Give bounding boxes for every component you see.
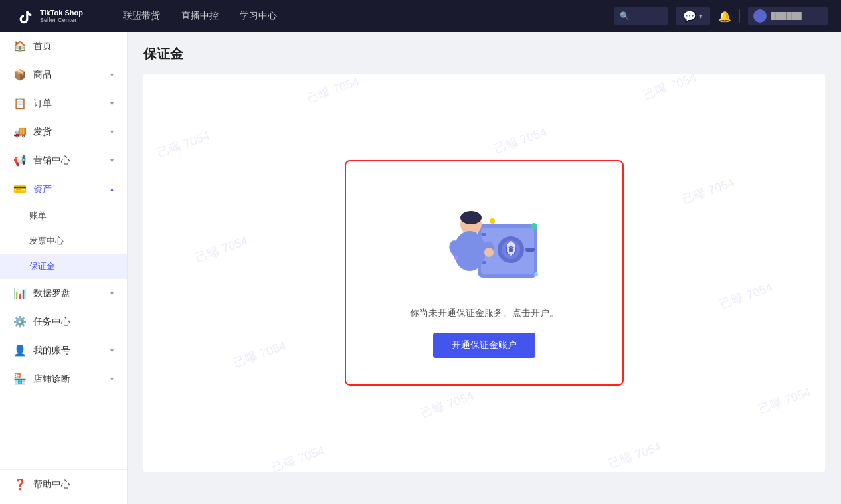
watermark-item: 己曝 7054 [143, 329, 205, 472]
menu-learn[interactable]: 学习中心 [240, 7, 277, 25]
shipping-icon: 🚚 [13, 126, 27, 138]
watermark-item: 己曝 7054 [577, 74, 764, 166]
user-avatar-box[interactable]: ██████ [748, 7, 828, 25]
sidebar-item-account[interactable]: 👤 我的账号 ▾ [0, 336, 127, 365]
chat-button[interactable]: 💬 ▾ [676, 7, 710, 25]
watermark-item: 己曝 7054 [143, 224, 166, 384]
sidebar-item-marketing[interactable]: 📢 营销中心 ▾ [0, 146, 127, 175]
watermark-item: 己曝 7054 [764, 74, 825, 216]
sidebar-item-products[interactable]: 📦 商品 ▾ [0, 60, 127, 89]
orders-chevron: ▾ [110, 100, 114, 107]
sidebar-item-orders[interactable]: 📋 订单 ▾ [0, 89, 127, 118]
watermark-item: 己曝 7054 [541, 376, 729, 472]
watermark-item: 己曝 7054 [143, 170, 316, 329]
bill-label: 账单 [29, 210, 47, 222]
search-box[interactable]: 🔍 [614, 7, 668, 25]
sidebar-item-home[interactable]: 🏠 首页 [0, 32, 127, 60]
data-chevron: ▾ [110, 290, 114, 297]
illustration [418, 188, 551, 294]
search-icon: 🔍 [620, 11, 630, 21]
sidebar-label-account: 我的账号 [33, 345, 104, 357]
shipping-chevron: ▾ [110, 128, 114, 135]
nav-divider [739, 9, 740, 23]
sidebar-label-orders: 订单 [33, 98, 104, 110]
marketing-icon: 📢 [13, 154, 27, 167]
sidebar-item-tasks[interactable]: ⚙️ 任务中心 [0, 307, 127, 336]
sidebar-label-marketing: 营销中心 [33, 155, 104, 167]
user-name: ██████ [771, 12, 822, 20]
sidebar-sub-invoice[interactable]: 发票中心 [0, 228, 127, 254]
svg-rect-7 [525, 248, 535, 252]
watermark-item: 己曝 7054 [205, 380, 392, 472]
sidebar-label-diagnosis: 店铺诊断 [33, 373, 104, 385]
home-icon: 🏠 [13, 40, 27, 52]
account-chevron: ▾ [110, 347, 114, 354]
logo-text-line1: TikTok Shop [40, 9, 83, 17]
sidebar-label-data: 数据罗盘 [33, 288, 104, 299]
tasks-icon: ⚙️ [13, 315, 27, 328]
diagnosis-icon: 🏪 [13, 373, 27, 385]
diagnosis-chevron: ▾ [110, 375, 114, 382]
sidebar-item-help[interactable]: ❓ 帮助中心 [0, 470, 127, 499]
svg-point-15 [531, 223, 537, 230]
sidebar-sub-deposit[interactable]: 保证金 [0, 254, 127, 279]
sidebar-sub-bill[interactable]: 账单 [0, 203, 127, 228]
content-area: 保证金 己曝 7054 己曝 7054 己曝 7054 己曝 7054 己曝 7… [128, 32, 841, 504]
help-icon: ❓ [13, 478, 27, 491]
card-description: 你尚未开通保证金服务。点击开户。 [410, 307, 559, 319]
sidebar-item-assets[interactable]: 💳 资产 ▴ [0, 175, 127, 203]
invoice-label: 发票中心 [29, 235, 64, 247]
watermark-item: 己曝 7054 [653, 216, 825, 376]
sidebar-label-products: 商品 [33, 69, 104, 81]
sidebar-item-shipping[interactable]: 🚚 发货 ▾ [0, 118, 127, 146]
watermark-item: 己曝 7054 [166, 275, 353, 434]
marketing-chevron: ▾ [110, 157, 114, 164]
watermark-item: 己曝 7054 [691, 321, 825, 472]
sidebar-label-home: 首页 [33, 41, 114, 52]
menu-live[interactable]: 直播中控 [181, 7, 219, 25]
watermark-item: 己曝 7054 [614, 112, 802, 271]
watermark-item: 己曝 7054 [392, 430, 579, 472]
sidebar-label-help: 帮助中心 [33, 479, 114, 491]
account-icon: 👤 [13, 344, 27, 357]
svg-rect-8 [481, 233, 486, 236]
svg-point-16 [454, 256, 458, 260]
watermark-item: 己曝 7054 [802, 162, 825, 321]
sidebar-label-shipping: 发货 [33, 126, 104, 138]
sidebar-item-diagnosis[interactable]: 🏪 店铺诊断 ▾ [0, 365, 127, 393]
page-title: 保证金 [143, 45, 825, 63]
watermark-item: 己曝 7054 [389, 74, 576, 116]
avatar [753, 9, 767, 23]
data-icon: 📊 [13, 287, 27, 299]
products-icon: 📦 [13, 68, 27, 81]
assets-chevron: ▴ [110, 185, 114, 193]
sidebar-label-tasks: 任务中心 [33, 316, 114, 328]
svg-point-11 [460, 211, 482, 224]
svg-rect-6 [509, 248, 513, 252]
top-nav: TikTok Shop Seller Center 联盟带货 直播中控 学习中心… [0, 0, 841, 32]
main-layout: 🏠 首页 📦 商品 ▾ 📋 订单 ▾ 🚚 发货 ▾ 📢 营销中心 ▾ 💳 资产 [0, 32, 841, 504]
watermark-item: 己曝 7054 [726, 74, 825, 112]
svg-point-13 [484, 248, 494, 257]
logo-text-line2: Seller Center [40, 17, 83, 23]
sidebar-label-assets: 资产 [33, 183, 104, 195]
svg-point-14 [490, 218, 495, 224]
notification-bell[interactable]: 🔔 [718, 10, 731, 23]
top-menu: 联盟带货 直播中控 学习中心 [123, 7, 277, 25]
chat-icon: 💬 [683, 10, 696, 23]
sidebar-bottom: ❓ 帮助中心 [0, 469, 127, 504]
watermark-item: 己曝 7054 [143, 74, 278, 224]
menu-affiliate[interactable]: 联盟带货 [123, 7, 160, 25]
chevron-icon: ▾ [699, 12, 703, 21]
watermark-item: 己曝 7054 [143, 434, 242, 472]
content-inner: 己曝 7054 己曝 7054 己曝 7054 己曝 7054 己曝 7054 … [143, 74, 825, 472]
logo[interactable]: TikTok Shop Seller Center [13, 5, 83, 27]
products-chevron: ▾ [110, 71, 114, 78]
top-nav-right: 🔍 💬 ▾ 🔔 ██████ [614, 7, 828, 25]
watermark-item: 己曝 7054 [239, 74, 426, 170]
sidebar: 🏠 首页 📦 商品 ▾ 📋 订单 ▾ 🚚 发货 ▾ 📢 营销中心 ▾ 💳 资产 [0, 32, 128, 504]
sidebar-item-data[interactable]: 📊 数据罗盘 ▾ [0, 279, 127, 307]
deposit-label: 保证金 [29, 260, 55, 272]
assets-icon: 💳 [13, 183, 27, 195]
open-account-button[interactable]: 开通保证金账户 [433, 333, 535, 358]
